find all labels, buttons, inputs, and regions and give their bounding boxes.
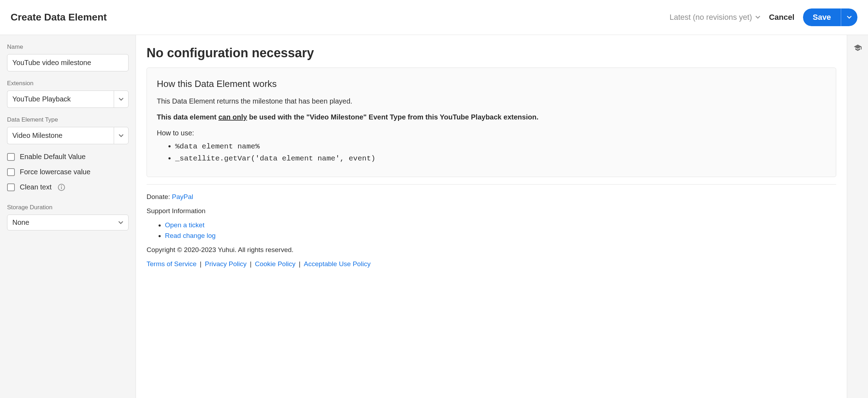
info-box-p1: This Data Element returns the milestone … [157,97,826,105]
main-heading: No configuration necessary [147,46,836,60]
chevron-down-icon [755,15,760,20]
donate-line: Donate: PayPal [147,193,836,201]
list-item: Read change log [165,232,836,240]
extension-label: Extension [7,80,129,87]
chevron-down-icon [118,220,123,225]
main-content: No configuration necessary How this Data… [136,35,847,398]
svg-rect-2 [61,187,62,189]
separator: | [248,260,254,268]
type-value: Video Milestone [7,127,114,144]
info-icon[interactable] [58,184,65,191]
info-box-p2: This data element can only be used with … [157,113,826,121]
code-item-2: _satellite.getVar('data element name', e… [175,154,826,163]
revision-dropdown[interactable]: Latest (no revisions yet) [670,13,761,22]
enable-default-checkbox[interactable] [7,153,15,161]
right-rail [847,35,868,398]
p2-suffix: be used with the "Video Milestone" Event… [247,113,539,121]
clean-text-label: Clean text [20,183,52,191]
code-list: %data element name% _satellite.getVar('d… [157,142,826,163]
body-layout: Name Extension YouTube Playback Data Ele… [0,35,868,398]
cookie-link[interactable]: Cookie Policy [255,260,296,268]
save-dropdown-button[interactable] [841,8,857,26]
storage-label: Storage Duration [7,204,129,211]
force-lowercase-row: Force lowercase value [7,168,129,176]
copyright: Copyright © 2020-2023 Yuhui. All rights … [147,246,836,254]
changelog-link[interactable]: Read change log [165,232,216,239]
paypal-link[interactable]: PayPal [172,193,193,200]
cancel-button[interactable]: Cancel [769,13,794,22]
storage-select[interactable]: None [7,215,129,230]
chevron-down-icon [847,16,852,19]
extension-select[interactable]: YouTube Playback [7,90,129,108]
force-lowercase-label: Force lowercase value [20,168,90,176]
clean-text-checkbox[interactable] [7,183,15,191]
clean-text-row: Clean text [7,183,129,191]
type-caret[interactable] [114,127,129,144]
extension-value: YouTube Playback [7,90,114,108]
header: Create Data Element Latest (no revisions… [0,0,868,35]
donate-label: Donate: [147,193,172,200]
extension-caret[interactable] [114,90,129,108]
aup-link[interactable]: Acceptable Use Policy [304,260,370,268]
info-box: How this Data Element works This Data El… [147,68,836,177]
type-select[interactable]: Video Milestone [7,127,129,144]
storage-value: None [12,218,29,227]
chevron-down-icon [119,97,124,102]
code-2: _satellite.getVar('data element name', e… [175,154,375,163]
p2-underline: can only [219,113,247,121]
list-item: Open a ticket [165,221,836,229]
save-button[interactable]: Save [803,8,841,26]
enable-default-row: Enable Default Value [7,153,129,161]
tos-link[interactable]: Terms of Service [147,260,196,268]
info-box-p3: How to use: [157,129,826,137]
save-button-group: Save [803,8,857,26]
support-links: Open a ticket Read change log [147,221,836,240]
page-title: Create Data Element [11,12,107,23]
open-ticket-link[interactable]: Open a ticket [165,221,204,229]
revision-label: Latest (no revisions yet) [670,13,752,22]
separator: | [198,260,203,268]
graduation-cap-icon[interactable] [854,43,862,52]
code-item-1: %data element name% [175,142,826,151]
chevron-down-icon [119,133,124,138]
info-box-heading: How this Data Element works [157,78,826,89]
type-label: Data Element Type [7,116,129,123]
header-actions: Latest (no revisions yet) Cancel Save [670,8,857,26]
force-lowercase-checkbox[interactable] [7,168,15,176]
svg-point-1 [61,185,62,186]
code-1: %data element name% [175,142,260,151]
p2-prefix: This data element [157,113,219,121]
separator: | [297,260,303,268]
name-input[interactable] [7,54,129,71]
footer-section: Donate: PayPal Support Information Open … [147,184,836,268]
privacy-link[interactable]: Privacy Policy [205,260,246,268]
name-label: Name [7,43,129,51]
sidebar: Name Extension YouTube Playback Data Ele… [0,35,136,398]
support-label: Support Information [147,207,836,215]
enable-default-label: Enable Default Value [20,153,85,161]
legal-links: Terms of Service | Privacy Policy | Cook… [147,260,836,268]
